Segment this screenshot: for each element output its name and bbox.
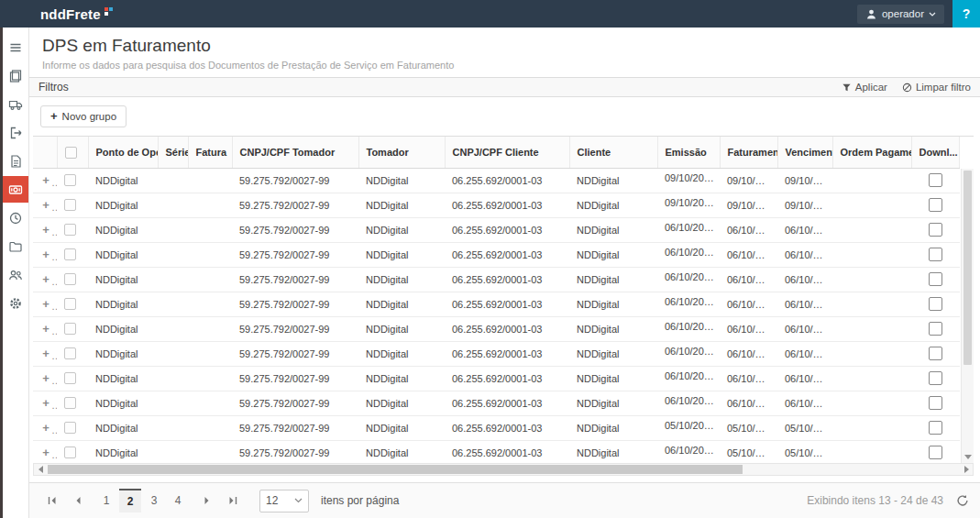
user-menu[interactable]: operador bbox=[857, 5, 944, 24]
cell-download bbox=[911, 391, 960, 415]
copy-documents-icon bbox=[8, 69, 23, 83]
download-checkbox[interactable] bbox=[929, 272, 942, 286]
first-page-button[interactable] bbox=[40, 490, 63, 512]
expand-row-button[interactable]: + bbox=[40, 322, 51, 336]
vertical-scrollbar[interactable] bbox=[961, 169, 974, 463]
download-checkbox[interactable] bbox=[929, 421, 942, 435]
download-checkbox[interactable] bbox=[929, 371, 942, 385]
sidebar-item-users[interactable] bbox=[3, 261, 28, 288]
row-checkbox[interactable] bbox=[64, 446, 76, 458]
cell-expand: + bbox=[33, 292, 57, 316]
column-header-download[interactable]: Downl... bbox=[911, 137, 960, 168]
table-row: + NDDigital 59.275.792/0027-99 NDDigital… bbox=[33, 168, 960, 193]
new-group-button[interactable]: + Novo grupo bbox=[40, 105, 127, 127]
download-checkbox[interactable] bbox=[929, 446, 942, 459]
scroll-down-arrow-icon[interactable] bbox=[962, 451, 974, 462]
sidebar-item-copy-documents[interactable] bbox=[3, 62, 28, 89]
refresh-button[interactable] bbox=[956, 494, 969, 507]
expand-row-button[interactable]: + bbox=[40, 297, 51, 311]
page-button-4[interactable]: 4 bbox=[167, 489, 189, 512]
vertical-scrollbar-thumb[interactable] bbox=[963, 171, 972, 365]
next-page-button[interactable] bbox=[195, 490, 218, 512]
row-checkbox[interactable] bbox=[64, 397, 76, 409]
row-checkbox[interactable] bbox=[64, 224, 76, 236]
cell-cnpj-cliente: 06.255.692/0001-03 bbox=[445, 440, 569, 463]
column-header-tomador[interactable]: Tomador bbox=[358, 137, 445, 168]
cell-cliente: NDDigital bbox=[569, 267, 657, 292]
row-checkbox[interactable] bbox=[64, 199, 76, 211]
sidebar-item-export[interactable] bbox=[3, 119, 28, 146]
cell-faturamento: 06/10/2017 bbox=[720, 316, 777, 341]
row-checkbox[interactable] bbox=[64, 372, 76, 384]
column-header-vencimento[interactable]: Vencimento bbox=[777, 137, 832, 168]
download-checkbox[interactable] bbox=[929, 297, 942, 311]
brand-mark-icon bbox=[105, 7, 113, 16]
download-checkbox[interactable] bbox=[929, 347, 942, 360]
download-checkbox[interactable] bbox=[929, 248, 942, 261]
sidebar-item-billing[interactable] bbox=[3, 176, 28, 203]
table-row: + NDDigital 59.275.792/0027-99 NDDigital… bbox=[33, 316, 960, 341]
download-checkbox[interactable] bbox=[929, 223, 942, 237]
download-checkbox[interactable] bbox=[929, 173, 942, 187]
column-header-faturamento[interactable]: Faturamento bbox=[720, 137, 777, 168]
expand-row-button[interactable]: + bbox=[40, 248, 51, 261]
cell-serie bbox=[158, 366, 188, 391]
page-button-3[interactable]: 3 bbox=[143, 489, 165, 512]
cell-select bbox=[57, 242, 88, 267]
cell-cnpj-cliente: 06.255.692/0001-03 bbox=[445, 316, 569, 341]
page-size-select[interactable]: 12 bbox=[259, 490, 309, 512]
row-checkbox[interactable] bbox=[64, 323, 76, 335]
last-page-button[interactable] bbox=[221, 490, 244, 512]
column-header-emissao[interactable]: Emissão bbox=[657, 137, 720, 168]
row-checkbox[interactable] bbox=[64, 248, 76, 260]
column-header-fatura[interactable]: Fatura bbox=[188, 137, 232, 168]
select-all-checkbox[interactable] bbox=[65, 147, 77, 159]
sidebar-item-folder[interactable] bbox=[3, 233, 28, 259]
row-checkbox[interactable] bbox=[64, 422, 76, 434]
help-button[interactable]: ? bbox=[952, 0, 980, 28]
page-button-2[interactable]: 2 bbox=[119, 489, 141, 512]
cell-cnpj-tomador: 59.275.792/0027-99 bbox=[232, 242, 358, 267]
expand-row-button[interactable]: + bbox=[40, 198, 51, 212]
column-header-cliente[interactable]: Cliente bbox=[569, 137, 657, 168]
row-checkbox[interactable] bbox=[64, 298, 76, 310]
row-checkbox[interactable] bbox=[64, 273, 76, 285]
sidebar-item-settings[interactable] bbox=[3, 290, 28, 316]
sidebar-item-history[interactable] bbox=[3, 204, 28, 231]
apply-filter-button[interactable]: Aplicar bbox=[842, 82, 887, 93]
expand-row-button[interactable]: + bbox=[40, 396, 51, 410]
row-checkbox[interactable] bbox=[64, 174, 76, 186]
column-header-serie[interactable]: Série bbox=[158, 137, 188, 168]
expand-row-button[interactable]: + bbox=[40, 371, 51, 385]
prev-page-button[interactable] bbox=[66, 490, 89, 512]
sidebar-item-truck[interactable] bbox=[3, 91, 28, 117]
scroll-right-arrow-icon[interactable] bbox=[960, 464, 973, 475]
sidebar-item-document[interactable] bbox=[3, 148, 28, 174]
cell-expand: + bbox=[33, 193, 57, 217]
download-checkbox[interactable] bbox=[929, 396, 942, 410]
expand-row-button[interactable]: + bbox=[40, 272, 51, 286]
sidebar-item-menu[interactable] bbox=[3, 34, 28, 61]
column-header-cnpj-tomador[interactable]: CNPJ/CPF Tomador bbox=[232, 137, 358, 168]
cell-fatura bbox=[188, 341, 232, 366]
column-header-ponto[interactable]: Ponto de Ope... bbox=[88, 137, 158, 168]
cell-fatura bbox=[188, 440, 232, 463]
pagination-bar: 1234 12 itens por página Exibindo itens … bbox=[29, 482, 980, 518]
page-button-1[interactable]: 1 bbox=[95, 489, 117, 512]
download-checkbox[interactable] bbox=[929, 198, 942, 212]
scroll-left-arrow-icon[interactable] bbox=[34, 464, 47, 475]
horizontal-scrollbar-thumb[interactable] bbox=[48, 465, 743, 474]
clear-filter-button[interactable]: Limpar filtro bbox=[902, 82, 971, 93]
expand-row-button[interactable]: + bbox=[40, 421, 51, 435]
expand-row-button[interactable]: + bbox=[40, 347, 51, 360]
expand-row-button[interactable]: + bbox=[40, 223, 51, 237]
row-checkbox[interactable] bbox=[64, 347, 76, 359]
column-header-ordem-pagamento[interactable]: Ordem Pagamento bbox=[832, 137, 911, 168]
download-checkbox[interactable] bbox=[929, 322, 942, 336]
expand-row-button[interactable]: + bbox=[40, 446, 51, 459]
column-header-cnpj-cliente[interactable]: CNPJ/CPF Cliente bbox=[445, 137, 569, 168]
horizontal-scrollbar[interactable] bbox=[33, 463, 974, 476]
cell-ordem-pagamento bbox=[832, 267, 911, 292]
cell-cnpj-cliente: 06.255.692/0001-03 bbox=[445, 217, 569, 242]
expand-row-button[interactable]: + bbox=[40, 173, 51, 187]
